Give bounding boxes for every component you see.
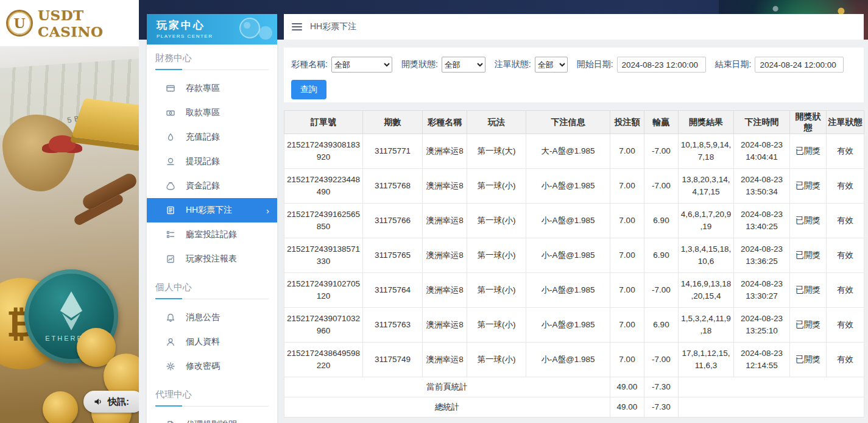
- sidebar-item-recharge-records[interactable]: 充值記錄: [147, 125, 277, 149]
- gold-bar-graphic: [71, 98, 139, 146]
- table-cell: -7.00: [644, 273, 679, 308]
- summary-winloss-total: -7.30: [644, 397, 679, 418]
- start-date-input[interactable]: [617, 57, 706, 73]
- chevron-right-icon: ›: [266, 205, 269, 216]
- table-cell: 2024-08-23 13:36:25: [734, 238, 790, 273]
- table-cell: 已開獎: [790, 343, 827, 377]
- section-finance-center: 財務中心: [155, 52, 269, 70]
- table-cell: 大-A盤@1.985: [526, 134, 610, 169]
- summary-row: 當前頁統計49.00-7.30: [284, 377, 864, 397]
- ball-decoration-icon: [239, 18, 260, 38]
- sidebar-item-withdraw-records[interactable]: 提現記錄: [147, 149, 277, 174]
- table-cell: 澳洲幸运8: [423, 343, 467, 377]
- table-cell: 14,16,9,13,18,20,15,4: [679, 273, 734, 308]
- table-cell: 7.00: [610, 273, 644, 308]
- table-cell: 2024-08-23 13:40:25: [734, 204, 790, 238]
- sidebar-item-announcements[interactable]: 消息公告: [147, 305, 277, 330]
- sidebar-item-label: 代理規則說明: [186, 419, 237, 423]
- sidebar-item-hh-lottery-bets[interactable]: HH彩票下注 ›: [147, 198, 277, 222]
- table-cell: 7.00: [610, 238, 644, 273]
- table-cell: 第一球(小): [467, 343, 526, 377]
- table-cell: 第一球(小): [467, 273, 526, 308]
- table-cell: 2024-08-23 13:25:10: [734, 308, 790, 343]
- table-cell: 澳洲幸运8: [423, 204, 467, 238]
- table-cell: 2152172439308183920: [284, 134, 363, 169]
- table-cell: 17,8,1,12,15,11,6,3: [679, 343, 734, 377]
- table-cell: 2152172439102705120: [284, 273, 363, 308]
- sidebar-item-fund-records[interactable]: 資金記錄: [147, 174, 277, 198]
- table-cell: 第一球(小): [467, 308, 526, 343]
- summary-empty-cell: [679, 397, 864, 418]
- personal-menu: 消息公告 個人資料 修改密碼: [147, 302, 277, 381]
- table-cell: 已開獎: [790, 169, 827, 204]
- table-cell: 澳洲幸运8: [423, 134, 467, 169]
- table-cell: 第一球(大): [467, 134, 526, 169]
- lottery-name-select[interactable]: 全部: [331, 57, 392, 73]
- table-cell: 31175768: [363, 169, 423, 204]
- column-header: 期數: [363, 111, 423, 134]
- table-cell: 2152172439138571330: [284, 238, 363, 273]
- table-cell: 31175765: [363, 238, 423, 273]
- sidebar-item-deposit-zone[interactable]: 存款專區: [147, 76, 277, 101]
- table-cell: -7.00: [644, 343, 679, 377]
- news-flash-button[interactable]: 快訊:: [83, 391, 139, 413]
- bell-icon: [166, 313, 176, 323]
- table-cell: 第一球(小): [467, 169, 526, 204]
- summary-row: 總統計49.00-7.30: [284, 397, 864, 418]
- sidebar-item-profile[interactable]: 個人資料: [147, 330, 277, 354]
- bet-status-select[interactable]: 全部: [535, 57, 568, 73]
- start-date-label: 開始日期:: [577, 59, 613, 70]
- table-cell: 4,6,8,1,7,20,9,19: [679, 204, 734, 238]
- table-row: 215217243907103296031175763澳洲幸运8第一球(小)小-…: [284, 308, 864, 343]
- sidebar-item-change-password[interactable]: 修改密碼: [147, 354, 277, 379]
- end-date-input[interactable]: [755, 57, 844, 73]
- draw-status-select[interactable]: 全部: [442, 57, 485, 73]
- column-header: 投注額: [610, 111, 644, 134]
- brand-logo[interactable]: U USDT CASINO: [0, 0, 139, 46]
- gold-coin-graphic: [43, 391, 78, 423]
- sidebar-item-player-bet-report[interactable]: 玩家投注報表: [147, 247, 277, 271]
- table-cell: -7.00: [644, 134, 679, 169]
- filter-panel: 彩種名稱: 全部 開獎狀態: 全部 注單狀態: 全部 開始日期: 結束日期: 查…: [284, 48, 864, 102]
- table-row: 215217243864959822031175749澳洲幸运8第一球(小)小-…: [284, 343, 864, 377]
- table-header-row: 訂單號期數彩種名稱玩法下注信息投注額輸贏開獎結果下注時間開獎狀態注單狀態: [284, 111, 864, 134]
- recharge-icon: [166, 132, 176, 143]
- promo-panel: U USDT CASINO KB4627 5B ₿ ETHEREUM 快訊:: [0, 0, 139, 423]
- menu-toggle-icon[interactable]: [292, 23, 302, 30]
- table-cell: 2024-08-23 14:04:41: [734, 134, 790, 169]
- table-cell: 31175771: [363, 134, 423, 169]
- table-cell: 有效: [827, 204, 864, 238]
- summary-bet-total: 49.00: [610, 397, 644, 418]
- sidebar-item-label: 消息公告: [186, 312, 220, 323]
- page-header: HH彩票下注: [284, 14, 864, 40]
- finance-menu: 存款專區 取款專區 充值記錄 提現記錄 資金記錄 HH彩票下注 › 廳室投註記錄: [147, 73, 277, 274]
- table-cell: 有效: [827, 169, 864, 204]
- cashout-icon: [166, 157, 176, 167]
- table-cell: 澳洲幸运8: [423, 308, 467, 343]
- sidebar-item-agent-rules[interactable]: 代理規則說明: [147, 413, 277, 423]
- table-cell: 已開獎: [790, 134, 827, 169]
- sidebar-item-withdraw-zone[interactable]: 取款專區: [147, 101, 277, 125]
- draw-status-filter: 開獎狀態: 全部: [401, 57, 485, 73]
- table-cell: 1,3,8,4,15,18,10,6: [679, 238, 734, 273]
- query-button[interactable]: 查詢: [291, 80, 326, 99]
- table-row: 215217243930818392031175771澳洲幸运8第一球(大)大-…: [284, 134, 864, 169]
- table-row: 215217243916256585031175766澳洲幸运8第一球(小)小-…: [284, 204, 864, 238]
- table-row: 215217243913857133031175765澳洲幸运8第一球(小)小-…: [284, 238, 864, 273]
- bet-status-filter: 注單狀態: 全部: [495, 57, 568, 73]
- table-cell: 2152172439071032960: [284, 308, 363, 343]
- table-cell: 2024-08-23 13:50:34: [734, 169, 790, 204]
- sidebar-item-room-bet-records[interactable]: 廳室投註記錄: [147, 222, 277, 247]
- column-header: 玩法: [467, 111, 526, 134]
- gear-icon: [166, 361, 176, 372]
- column-header: 訂單號: [284, 111, 363, 134]
- table-cell: 7.00: [610, 134, 644, 169]
- report-icon: [166, 254, 176, 265]
- ball-decoration-icon: [259, 26, 272, 40]
- lottery-bets-icon: [166, 205, 176, 216]
- table-cell: 1,5,3,2,4,11,9,18: [679, 308, 734, 343]
- summary-empty-cell: [679, 377, 864, 397]
- column-header: 輸贏: [644, 111, 679, 134]
- column-header: 開獎狀態: [790, 111, 827, 134]
- table-cell: 小-A盤@1.985: [526, 308, 610, 343]
